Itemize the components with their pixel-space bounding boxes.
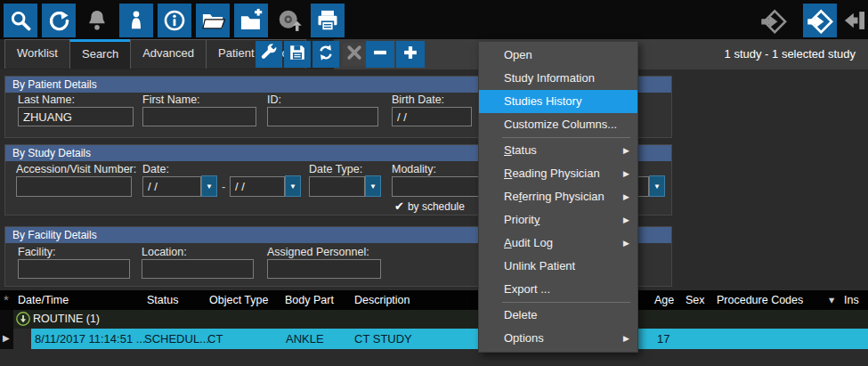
- refresh-icon: [316, 43, 336, 66]
- row-cell-body-part: ANKLE: [286, 329, 324, 349]
- person-icon: [125, 9, 148, 32]
- checkmark-icon: ✔: [394, 199, 404, 213]
- submenu-arrow-icon: ▶: [623, 185, 629, 208]
- chevron-down-icon: ▼: [206, 183, 213, 191]
- printer-icon: [315, 8, 340, 33]
- menu-item-referring-physician[interactable]: Referring Physician▶: [479, 185, 637, 208]
- assigned-personnel-input[interactable]: [267, 259, 381, 279]
- column-header-description[interactable]: Description: [354, 290, 410, 310]
- menu-item-audit-log[interactable]: Audit Log▶: [479, 232, 637, 255]
- study-count-status: 1 study - 1 selected study: [725, 39, 856, 69]
- open-folder-button[interactable]: [196, 4, 230, 37]
- row-cell-datetime: 8/11/2017 11:14:51 ...: [35, 329, 146, 349]
- by-schedule-checkbox[interactable]: ✔by schedule: [394, 199, 465, 213]
- save-button[interactable]: [284, 41, 311, 68]
- expand-button[interactable]: [396, 41, 425, 68]
- row-cell-status: SCHEDUL...: [144, 329, 209, 349]
- info-button[interactable]: [158, 4, 191, 37]
- save-floppy-icon: [288, 43, 307, 66]
- modality-label: Modality:: [392, 163, 436, 175]
- reset-button[interactable]: [42, 4, 76, 37]
- chevron-down-icon: ▼: [653, 183, 661, 191]
- menu-item-unlink-patient[interactable]: Unlink Patient: [479, 255, 637, 278]
- menu-separator: [502, 302, 630, 303]
- tab-advanced[interactable]: Advanced: [130, 39, 206, 69]
- birth-date-label: Birth Date:: [392, 94, 444, 106]
- exit-button[interactable]: [841, 4, 868, 37]
- date-type-input[interactable]: [309, 176, 365, 197]
- date-to-dropdown[interactable]: ▼: [285, 175, 301, 197]
- by-schedule-label: by schedule: [408, 200, 465, 213]
- column-header-body-part[interactable]: Body Part: [285, 290, 334, 310]
- wrench-icon: [259, 43, 279, 66]
- column-filter-icon[interactable]: ▾: [829, 290, 834, 310]
- patient-button[interactable]: [119, 4, 153, 37]
- menu-item-priority[interactable]: Priority▶: [479, 208, 637, 232]
- column-header-status[interactable]: Status: [147, 290, 178, 310]
- date-from-input[interactable]: [142, 176, 201, 197]
- column-header-insurance[interactable]: Ins: [844, 290, 859, 310]
- birth-date-input[interactable]: [392, 107, 472, 126]
- location-input[interactable]: [142, 259, 254, 279]
- row-header-asterisk-icon: *: [4, 290, 9, 310]
- menu-item-study-information[interactable]: Study Information: [479, 67, 637, 90]
- menu-item-delete[interactable]: Delete: [479, 304, 637, 327]
- print-button[interactable]: [311, 4, 345, 37]
- search-button[interactable]: [4, 4, 37, 37]
- group-row-label: ROUTINE (1): [33, 310, 100, 329]
- close-x-icon: [345, 44, 363, 65]
- study-row-selected[interactable]: 8/11/2017 11:14:51 ... SCHEDUL... CT ANK…: [31, 329, 868, 349]
- date-from-dropdown[interactable]: ▼: [201, 175, 217, 197]
- send-study-button[interactable]: [803, 4, 837, 37]
- table-header: * Date/Time Status Object Type Body Part…: [0, 290, 868, 310]
- menu-item-options[interactable]: Options▶: [479, 327, 637, 350]
- column-header-object-type[interactable]: Object Type: [209, 290, 268, 310]
- first-name-input[interactable]: [142, 107, 256, 126]
- menu-item-customize-columns[interactable]: Customize Columns...: [479, 113, 637, 136]
- clear-search-button: [343, 43, 366, 66]
- last-name-input[interactable]: [18, 107, 134, 126]
- tab-worklist[interactable]: Worklist: [4, 39, 69, 69]
- folder-plus-icon: [239, 8, 264, 33]
- minus-icon: [370, 43, 390, 66]
- menu-item-open[interactable]: Open: [479, 44, 637, 67]
- refresh-button[interactable]: [312, 41, 339, 68]
- patient-id-input[interactable]: [267, 107, 378, 126]
- menu-separator: [502, 137, 630, 138]
- notifications-button: [80, 4, 114, 37]
- date-to-input[interactable]: [230, 176, 285, 197]
- send-study-disabled-button: [758, 4, 790, 37]
- modality-dropdown[interactable]: ▼: [649, 175, 665, 197]
- group-expand-icon[interactable]: [15, 311, 31, 330]
- tab-search[interactable]: Search: [69, 39, 130, 69]
- column-header-procedure-codes[interactable]: Procedure Codes: [717, 290, 803, 310]
- column-header-datetime[interactable]: Date/Time: [18, 290, 69, 310]
- current-row-pointer-icon: ▶: [3, 333, 10, 343]
- menu-item-studies-history[interactable]: Studies History: [479, 90, 637, 113]
- reset-rotate-icon: [47, 9, 71, 33]
- bell-icon: [85, 8, 110, 33]
- folder-open-icon: [200, 8, 225, 33]
- accession-input[interactable]: [16, 176, 132, 197]
- new-folder-button[interactable]: [234, 4, 268, 37]
- top-toolbar: [0, 0, 868, 39]
- column-header-age[interactable]: Age: [654, 290, 674, 310]
- submenu-arrow-icon: ▶: [623, 162, 629, 185]
- menu-item-export[interactable]: Export ...: [479, 278, 637, 301]
- facility-input[interactable]: [18, 259, 130, 279]
- accession-label: Accession/Visit Number:: [16, 163, 136, 175]
- row-cell-description: CT STUDY: [354, 329, 412, 349]
- submenu-arrow-icon: ▶: [623, 208, 629, 232]
- patient-id-label: ID:: [267, 94, 281, 106]
- row-cell-object-type: CT: [207, 329, 223, 349]
- menu-item-reading-physician[interactable]: Reading Physician▶: [479, 162, 637, 185]
- chevron-down-icon: ▼: [289, 183, 296, 191]
- date-type-dropdown[interactable]: ▼: [365, 175, 381, 197]
- tools-button[interactable]: [256, 41, 282, 68]
- group-row-routine[interactable]: ROUTINE (1): [13, 310, 868, 329]
- date-type-label: Date Type:: [309, 163, 362, 175]
- column-header-sex[interactable]: Sex: [685, 290, 705, 310]
- menu-item-status[interactable]: Status▶: [479, 139, 637, 162]
- collapse-button[interactable]: [366, 41, 394, 68]
- plus-icon: [401, 43, 420, 66]
